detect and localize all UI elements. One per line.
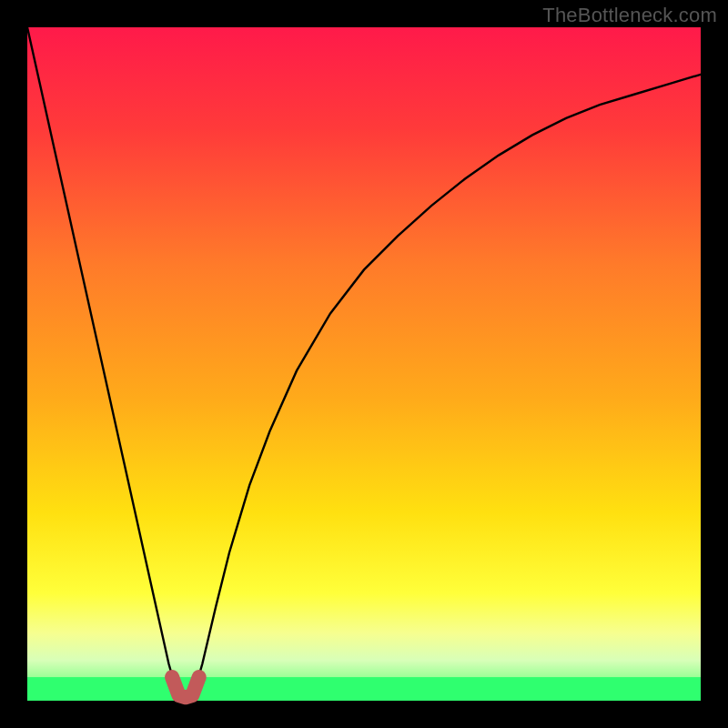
bottleneck-chart (0, 0, 728, 728)
watermark-text: TheBottleneck.com (542, 4, 717, 27)
green-band (27, 677, 701, 701)
chart-container: TheBottleneck.com (0, 0, 728, 728)
plot-area (27, 27, 701, 701)
